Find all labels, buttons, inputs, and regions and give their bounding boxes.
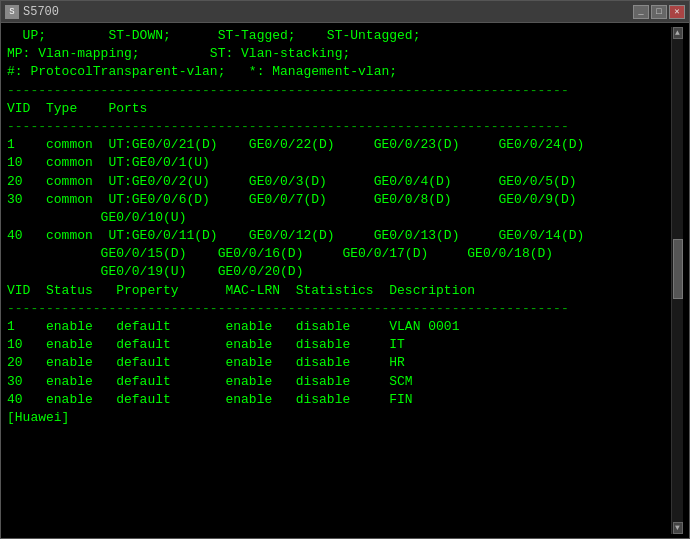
maximize-button[interactable]: □ — [651, 5, 667, 19]
terminal-line-24: 1 enable default enable disable VLAN 000… — [7, 318, 671, 336]
main-window: S S5700 _ □ ✕ UP; ST-DOWN; ST-Tagged; ST… — [0, 0, 690, 539]
window-icon: S — [5, 5, 19, 19]
title-bar: S S5700 _ □ ✕ — [1, 1, 689, 23]
terminal-line-14: GE0/0/10(U) — [7, 209, 671, 227]
scrollbar[interactable]: ▲ ▼ — [671, 27, 683, 534]
title-bar-controls: _ □ ✕ — [633, 5, 685, 19]
terminal-line-1: MP: Vlan-mapping; ST: Vlan-stacking; — [7, 45, 671, 63]
close-button[interactable]: ✕ — [669, 5, 685, 19]
terminal-line-2: #: ProtocolTransparent-vlan; *: Manageme… — [7, 63, 671, 81]
terminal-line-27: 30 enable default enable disable SCM — [7, 373, 671, 391]
terminal-line-7: 1 common UT:GE0/0/21(D) GE0/0/22(D) GE0/… — [7, 136, 671, 154]
terminal-line-25: 10 enable default enable disable IT — [7, 336, 671, 354]
terminal-content: UP; ST-DOWN; ST-Tagged; ST-Untagged;MP: … — [7, 27, 671, 534]
terminal-line-16: 40 common UT:GE0/0/11(D) GE0/0/12(D) GE0… — [7, 227, 671, 245]
terminal-line-9: 10 common UT:GE0/0/1(U) — [7, 154, 671, 172]
scrollbar-down[interactable]: ▼ — [673, 522, 683, 534]
terminal-line-21: VID Status Property MAC-LRN Statistics D… — [7, 282, 671, 300]
terminal-line-5: VID Type Ports — [7, 100, 671, 118]
terminal-line-18: GE0/0/19(U) GE0/0/20(D) — [7, 263, 671, 281]
terminal-line-3: ----------------------------------------… — [7, 82, 671, 100]
terminal: UP; ST-DOWN; ST-Tagged; ST-Untagged;MP: … — [1, 23, 689, 538]
terminal-line-13: 30 common UT:GE0/0/6(D) GE0/0/7(D) GE0/0… — [7, 191, 671, 209]
window-title: S5700 — [23, 5, 59, 19]
terminal-line-11: 20 common UT:GE0/0/2(U) GE0/0/3(D) GE0/0… — [7, 173, 671, 191]
scrollbar-up[interactable]: ▲ — [673, 27, 683, 39]
terminal-line-29: [Huawei] — [7, 409, 671, 427]
terminal-line-28: 40 enable default enable disable FIN — [7, 391, 671, 409]
terminal-line-17: GE0/0/15(D) GE0/0/16(D) GE0/0/17(D) GE0/… — [7, 245, 671, 263]
terminal-line-0: UP; ST-DOWN; ST-Tagged; ST-Untagged; — [7, 27, 671, 45]
terminal-line-6: ----------------------------------------… — [7, 118, 671, 136]
terminal-line-26: 20 enable default enable disable HR — [7, 354, 671, 372]
title-bar-left: S S5700 — [5, 5, 59, 19]
scrollbar-thumb[interactable] — [673, 239, 683, 299]
terminal-line-22: ----------------------------------------… — [7, 300, 671, 318]
minimize-button[interactable]: _ — [633, 5, 649, 19]
